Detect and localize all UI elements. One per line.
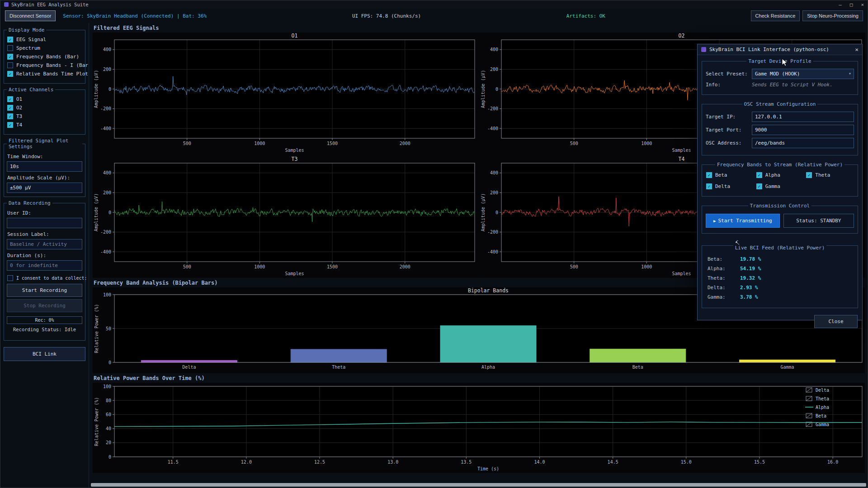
checkbox-icon[interactable]: ✓ — [706, 172, 712, 178]
svg-text:60: 60 — [106, 412, 111, 417]
start-recording-button[interactable]: Start Recording — [7, 284, 82, 297]
time-window-input[interactable] — [7, 161, 82, 172]
svg-text:15.5: 15.5 — [754, 460, 765, 465]
feed-label: Delta: — [708, 285, 740, 291]
stream-band-option-beta[interactable]: ✓Beta — [706, 172, 754, 178]
svg-text:200: 200 — [103, 190, 111, 195]
checkbox-icon[interactable]: ✓ — [7, 71, 13, 77]
user-id-label: User ID: — [7, 210, 82, 216]
session-input[interactable] — [7, 239, 82, 249]
checkbox-icon[interactable]: ✓ — [756, 183, 762, 189]
preset-combobox[interactable]: Game MOD (HOOK) ▾ — [752, 69, 854, 79]
svg-text:-200: -200 — [487, 230, 498, 235]
svg-text:14.0: 14.0 — [534, 460, 545, 465]
checkbox-icon[interactable]: ✓ — [806, 172, 812, 178]
dialog-close-icon[interactable]: × — [855, 46, 859, 53]
stop-recording-button[interactable]: Stop Recording — [7, 299, 82, 312]
svg-text:12.0: 12.0 — [241, 460, 252, 465]
svg-text:Gamma: Gamma — [816, 422, 829, 427]
svg-text:-200: -200 — [487, 106, 498, 111]
check-resistance-button[interactable]: Check Resistance — [751, 10, 800, 21]
target-port-input[interactable] — [752, 125, 854, 135]
checkbox-label: Theta — [815, 172, 830, 178]
bar-beta — [590, 349, 686, 362]
channel-option-o2[interactable]: ✓O2 — [7, 105, 82, 111]
active-channels-group: Active Channels ✓O1✓O2✓T3✓T4 — [4, 87, 85, 135]
time-window-label: Time Window: — [7, 154, 82, 160]
maximize-button[interactable]: □ — [850, 2, 853, 8]
horizontal-scrollbar[interactable] — [91, 483, 866, 487]
user-id-input[interactable] — [7, 218, 82, 228]
svg-text:2000: 2000 — [400, 141, 410, 146]
svg-text:1000: 1000 — [254, 141, 265, 146]
checkbox-icon[interactable]: ✓ — [706, 183, 712, 189]
channel-option-t3[interactable]: ✓T3 — [7, 113, 82, 119]
stream-band-option-gamma[interactable]: ✓Gamma — [756, 183, 804, 189]
bci-link-button[interactable]: BCI Link — [4, 347, 85, 361]
display-mode-group: Display Mode ✓EEG SignalSpectrum✓Frequen… — [4, 27, 85, 84]
checkbox-icon[interactable] — [7, 275, 13, 281]
app-window: SkyBrain EEG Analysis Suite — □ × Discon… — [0, 0, 868, 488]
checkbox-icon[interactable] — [7, 45, 13, 51]
dialog-close-button[interactable]: Close — [814, 315, 858, 328]
amplitude-scale-input[interactable] — [7, 183, 82, 193]
svg-text:Amplitude (μV): Amplitude (μV) — [481, 193, 486, 231]
stream-band-option-delta[interactable]: ✓Delta — [706, 183, 754, 189]
checkbox-label: Delta — [715, 183, 730, 189]
band-options: ✓Beta✓Alpha✓Theta✓Delta✓Gamma — [706, 169, 854, 192]
svg-text:-400: -400 — [100, 249, 111, 254]
checkbox-icon[interactable] — [7, 62, 13, 68]
dialog-title: SkyBrain BCI Link Interface (python-osc) — [709, 47, 829, 52]
svg-text:1000: 1000 — [641, 141, 652, 146]
svg-text:Delta: Delta — [816, 388, 829, 393]
window-titlebar: SkyBrain EEG Analysis Suite — □ × — [0, 0, 868, 9]
display-mode-option-frequency-bands-i-bar-[interactable]: Frequency Bands - I (Bar) — [7, 62, 82, 68]
checkbox-label: O1 — [16, 96, 22, 102]
minimize-button[interactable]: — — [839, 2, 842, 8]
feed-label: Beta: — [708, 256, 740, 262]
checkbox-icon[interactable]: ✓ — [7, 37, 13, 42]
dialog-titlebar: SkyBrain BCI Link Interface (python-osc)… — [698, 44, 862, 55]
stream-band-option-theta[interactable]: ✓Theta — [806, 172, 854, 178]
checkbox-icon[interactable]: ✓ — [7, 113, 13, 119]
feed-value: 2.93 % — [740, 285, 758, 291]
checkbox-icon[interactable]: ✓ — [7, 122, 13, 128]
svg-text:1000: 1000 — [254, 264, 265, 269]
display-mode-option-eeg-signal[interactable]: ✓EEG Signal — [7, 37, 82, 42]
session-label: Session Label: — [7, 231, 82, 237]
info-label: Info: — [706, 82, 749, 88]
duration-label: Duration (s): — [7, 253, 82, 258]
duration-input[interactable] — [7, 260, 82, 271]
scrollbar-thumb[interactable] — [91, 483, 866, 487]
checkbox-icon[interactable]: ✓ — [7, 54, 13, 60]
checkbox-label: Spectrum — [16, 45, 40, 51]
target-port-label: Target Port: — [706, 127, 749, 133]
osc-config-group: OSC Stream Configuration Target IP: Targ… — [702, 101, 858, 155]
consent-checkbox-row[interactable]: I consent to data collect: — [7, 275, 82, 281]
live-feed-title: Live BCI Feed (Relative Power) — [733, 240, 827, 251]
stream-band-option-alpha[interactable]: ✓Alpha — [756, 172, 804, 178]
checkbox-icon[interactable]: ✓ — [7, 96, 13, 102]
checkbox-icon[interactable]: ✓ — [756, 172, 762, 178]
channel-option-o1[interactable]: ✓O1 — [7, 96, 82, 102]
osc-address-input[interactable] — [752, 138, 854, 148]
target-ip-input[interactable] — [752, 112, 854, 122]
data-recording-title: Data Recording — [7, 200, 52, 206]
target-device-group: Target Device Profile Select Preset: Gam… — [702, 58, 858, 95]
checkbox-icon[interactable]: ✓ — [7, 105, 13, 111]
disconnect-sensor-button[interactable]: Disconnect Sensor — [5, 10, 56, 21]
display-mode-option-relative-bands-time-plot[interactable]: ✓Relative Bands Time Plot — [7, 71, 82, 77]
start-transmitting-button[interactable]: ▶Start Transmitting — [706, 214, 780, 228]
chevron-down-icon[interactable]: ▾ — [849, 71, 851, 76]
close-button[interactable]: × — [861, 2, 864, 8]
checkbox-label: T3 — [16, 113, 22, 119]
channel-option-t4[interactable]: ✓T4 — [7, 122, 82, 128]
data-recording-group: Data Recording User ID: Session Label: D… — [4, 200, 85, 341]
checkbox-label: Beta — [715, 172, 727, 178]
consent-label: I consent to data collect: — [16, 276, 87, 281]
display-mode-option-frequency-bands-bar-[interactable]: ✓Frequency Bands (Bar) — [7, 54, 82, 60]
feed-label: Theta: — [708, 275, 740, 281]
display-mode-option-spectrum[interactable]: Spectrum — [7, 45, 82, 51]
svg-text:500: 500 — [570, 264, 578, 269]
stop-neuro-button[interactable]: Stop Neuro-Processing — [802, 10, 863, 21]
